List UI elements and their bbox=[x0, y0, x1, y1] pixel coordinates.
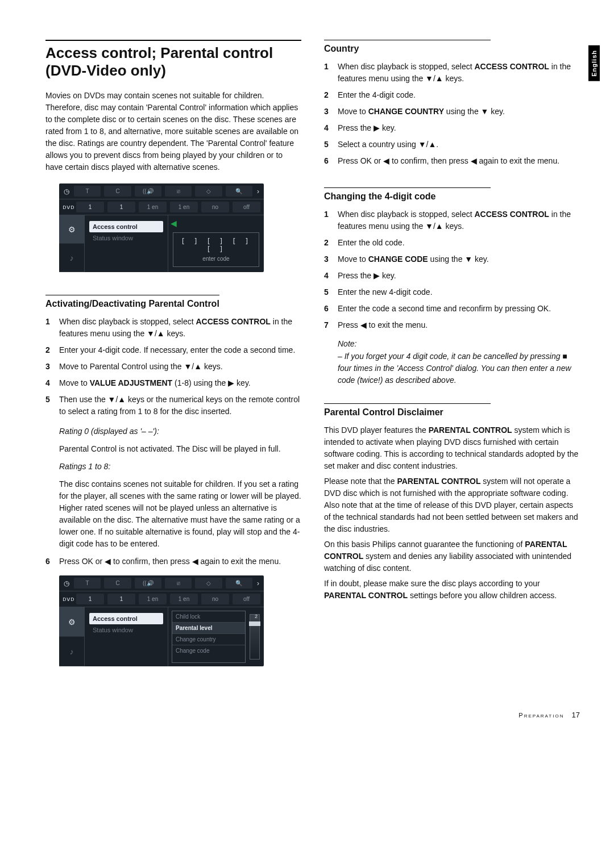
dvd-label: ᴅᴠᴅ bbox=[63, 595, 73, 603]
subheading-activate: Activating/Deactivating Parental Control bbox=[45, 295, 219, 309]
subheading-change-code: Changing the 4-digit code bbox=[324, 187, 491, 202]
subheading-country: Country bbox=[324, 40, 491, 54]
clock-icon: ◷ bbox=[63, 187, 70, 195]
step-number: 2 bbox=[324, 237, 338, 249]
step-number: 4 bbox=[324, 122, 338, 134]
osd-top-cell: ◇ bbox=[195, 578, 222, 589]
step-text: Enter the code a second time and reconfi… bbox=[338, 303, 580, 315]
osd-top-cell: ((🔊 bbox=[135, 186, 161, 197]
osd-menu-item: Status window bbox=[89, 232, 163, 244]
gear-icon: ⚙ bbox=[59, 215, 84, 244]
rating-18-body: The disc contains scenes not suitable fo… bbox=[59, 478, 301, 550]
osd-val: off bbox=[233, 594, 260, 604]
osd-submenu: Child lock Parental level Change country… bbox=[172, 611, 246, 663]
left-column: Access control; Parental control (DVD-Vi… bbox=[45, 40, 301, 677]
code-slots: [ ] [ ] [ ] [ ] bbox=[177, 237, 255, 253]
note-body: – If you forget your 4 digit code, it ca… bbox=[338, 350, 580, 386]
submenu-item: Parental level bbox=[172, 623, 245, 634]
osd-top-cell: ((🔊 bbox=[135, 578, 161, 589]
disclaimer-paragraph: If in doubt, please make sure the disc p… bbox=[324, 578, 580, 602]
osd-val: no bbox=[201, 202, 229, 212]
dvd-label: ᴅᴠᴅ bbox=[63, 203, 73, 211]
step-text: When disc playback is stopped, select AC… bbox=[338, 208, 580, 232]
submenu-item: Child lock bbox=[172, 611, 245, 623]
osd-top-cell: T bbox=[74, 186, 101, 197]
step-text: When disc playback is stopped, select AC… bbox=[59, 316, 301, 340]
osd-top-cell: T bbox=[74, 578, 101, 589]
step-number: 6 bbox=[45, 556, 59, 567]
step-number: 5 bbox=[324, 139, 338, 151]
marker-left-icon: ◀ bbox=[171, 219, 177, 228]
step-number: 3 bbox=[45, 361, 59, 373]
osd-val: 1 bbox=[76, 594, 104, 604]
osd-val: 1 en bbox=[139, 202, 167, 212]
step-number: 1 bbox=[45, 316, 59, 340]
clock-icon: ◷ bbox=[63, 579, 70, 587]
osd-val: 1 en bbox=[170, 594, 198, 604]
step-text: Press OK or ◀ to confirm, then press ◀ a… bbox=[338, 155, 580, 167]
osd-val: 1 bbox=[76, 202, 104, 212]
osd-top-cell: 🔍 bbox=[226, 578, 252, 589]
osd-top-cell: 🔍 bbox=[226, 186, 252, 197]
osd-screenshot-2: ◷ T C ((🔊 ⎚ ◇ 🔍 › ᴅᴠᴅ 1 1 1 en 1 en no o… bbox=[59, 575, 264, 666]
arrow-right-icon: › bbox=[256, 187, 260, 195]
step-number: 5 bbox=[45, 394, 59, 418]
rating-18-heading: Ratings 1 to 8: bbox=[59, 461, 301, 473]
step-text: Move to VALUE ADJUSTMENT (1-8) using the… bbox=[59, 377, 301, 389]
step-number: 4 bbox=[45, 377, 59, 389]
osd-val: off bbox=[233, 202, 260, 212]
step-text: Move to Parental Control using the ▼/▲ k… bbox=[59, 361, 301, 373]
step-text: Move to CHANGE CODE using the ▼ key. bbox=[338, 253, 580, 265]
step-text: When disc playback is stopped, select AC… bbox=[338, 61, 580, 85]
subheading-disclaimer: Parental Control Disclaimer bbox=[324, 403, 491, 418]
code-label: enter code bbox=[177, 256, 255, 262]
gear-icon: ⚙ bbox=[59, 607, 84, 637]
step-text: Press the ▶ key. bbox=[338, 270, 580, 282]
step-text: Enter the old code. bbox=[338, 237, 580, 249]
osd-val: 1 en bbox=[139, 594, 167, 604]
step-number: 4 bbox=[324, 270, 338, 282]
page-footer: Preparation 17 bbox=[0, 699, 614, 736]
osd-top-cell: ◇ bbox=[195, 186, 222, 197]
osd-top-cell: ⎚ bbox=[165, 578, 192, 589]
step-text: Enter the new 4-digit code. bbox=[338, 286, 580, 298]
step-number: 5 bbox=[324, 286, 338, 298]
osd-top-cell: C bbox=[104, 578, 131, 589]
rating-slider: 2 bbox=[250, 614, 260, 660]
step-number: 2 bbox=[45, 344, 59, 356]
step-number: 3 bbox=[324, 106, 338, 118]
disclaimer-paragraph: On this basis Philips cannot guarantee t… bbox=[324, 539, 580, 574]
note-label: Note: bbox=[338, 339, 580, 348]
slider-value: 2 bbox=[255, 614, 258, 619]
step-number: 1 bbox=[324, 208, 338, 232]
step-text: Move to CHANGE COUNTRY using the ▼ key. bbox=[338, 106, 580, 118]
slider-knob bbox=[249, 621, 260, 626]
note-icon: ♪ bbox=[59, 244, 84, 272]
osd-val: 1 en bbox=[170, 202, 198, 212]
main-heading: Access control; Parental control (DVD-Vi… bbox=[45, 40, 301, 80]
step-text: Enter your 4-digit code. If necessary, e… bbox=[59, 344, 301, 356]
step-text: Select a country using ▼/▲. bbox=[338, 139, 580, 151]
osd-menu-item: Status window bbox=[89, 624, 163, 636]
right-column: Country 1 When disc playback is stopped,… bbox=[324, 40, 580, 677]
rating-0-body: Parental Control is not activated. The D… bbox=[59, 443, 301, 455]
disclaimer-paragraph: Please note that the PARENTAL CONTROL sy… bbox=[324, 475, 580, 535]
submenu-item: Change code bbox=[172, 645, 245, 656]
code-entry-box: [ ] [ ] [ ] [ ] enter code bbox=[173, 232, 259, 267]
intro-paragraph: Movies on DVDs may contain scenes not su… bbox=[45, 90, 301, 173]
step-number: 6 bbox=[324, 303, 338, 315]
step-number: 1 bbox=[324, 61, 338, 85]
page-number: 17 bbox=[572, 711, 580, 719]
step-number: 7 bbox=[324, 319, 338, 331]
osd-val: 1 bbox=[107, 594, 135, 604]
submenu-item: Change country bbox=[172, 634, 245, 645]
osd-top-cell: ⎚ bbox=[165, 186, 192, 197]
step-text: Press the ▶ key. bbox=[338, 122, 580, 134]
step-number: 6 bbox=[324, 155, 338, 167]
step-text: Enter the 4-digit code. bbox=[338, 89, 580, 101]
disclaimer-paragraph: This DVD player features the PARENTAL CO… bbox=[324, 424, 580, 472]
step-text: Press ◀ to exit the menu. bbox=[338, 319, 580, 331]
step-number: 3 bbox=[324, 253, 338, 265]
osd-screenshot-1: ◷ T C ((🔊 ⎚ ◇ 🔍 › ᴅᴠᴅ 1 1 1 en 1 en no o… bbox=[59, 183, 264, 272]
arrow-right-icon: › bbox=[256, 579, 260, 587]
